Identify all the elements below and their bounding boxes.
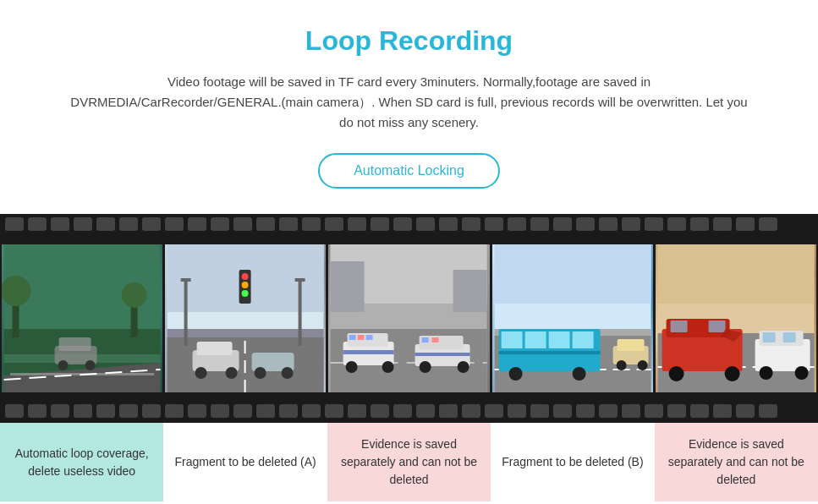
film-hole	[74, 217, 92, 231]
caption-4: Fragment to be deleted (B)	[491, 423, 654, 501]
auto-lock-button[interactable]: Automatic Locking	[318, 153, 500, 189]
caption-4-text: Fragment to be deleted (B)	[502, 453, 643, 471]
film-hole	[348, 404, 366, 418]
film-hole	[371, 404, 389, 418]
film-hole	[736, 217, 755, 231]
film-hole	[736, 404, 755, 418]
film-hole	[119, 217, 138, 231]
film-hole	[508, 217, 526, 231]
film-hole	[51, 217, 69, 231]
footage-4	[492, 244, 653, 392]
film-hole	[599, 217, 618, 231]
svg-point-79	[668, 366, 683, 381]
svg-rect-48	[422, 337, 429, 342]
page-wrapper: Loop Recording Video footage will be sav…	[0, 0, 818, 501]
film-hole	[256, 404, 275, 418]
film-hole	[530, 217, 549, 231]
film-hole	[416, 404, 435, 418]
film-hole	[279, 217, 298, 231]
svg-rect-41	[349, 335, 356, 340]
film-hole	[622, 217, 640, 231]
film-images-container	[0, 244, 818, 392]
filmstrip-wrapper	[0, 214, 818, 423]
svg-rect-60	[501, 331, 522, 348]
svg-point-65	[572, 367, 585, 381]
film-hole	[485, 217, 503, 231]
film-hole	[713, 404, 732, 418]
svg-rect-42	[358, 335, 365, 340]
film-hole	[759, 217, 777, 231]
film-hole	[142, 404, 161, 418]
svg-point-44	[346, 361, 358, 373]
film-hole	[5, 217, 24, 231]
film-hole	[51, 404, 69, 418]
film-hole	[645, 217, 663, 231]
film-hole	[325, 404, 343, 418]
film-hole	[645, 404, 663, 418]
svg-rect-18	[184, 278, 188, 346]
footage-1	[2, 244, 162, 392]
film-hole	[96, 217, 115, 231]
svg-point-86	[759, 366, 772, 380]
film-hole	[439, 217, 458, 231]
film-hole	[325, 217, 343, 231]
film-hole	[28, 217, 47, 231]
svg-rect-85	[782, 332, 795, 342]
film-hole	[485, 404, 503, 418]
svg-rect-78	[708, 320, 725, 332]
page-title: Loop Recording	[68, 25, 750, 57]
film-hole	[599, 404, 618, 418]
svg-rect-84	[762, 332, 775, 342]
svg-rect-68	[617, 339, 644, 351]
svg-point-29	[226, 367, 238, 379]
film-hole	[256, 217, 275, 231]
svg-point-25	[242, 290, 249, 297]
film-hole	[416, 217, 435, 231]
svg-point-51	[458, 361, 469, 373]
svg-point-31	[255, 367, 266, 379]
svg-rect-72	[657, 244, 814, 304]
film-hole	[667, 404, 686, 418]
film-hole	[439, 404, 458, 418]
film-hole	[233, 404, 252, 418]
film-hole	[371, 217, 389, 231]
film-hole	[530, 404, 549, 418]
svg-point-28	[195, 367, 207, 379]
film-hole	[462, 404, 480, 418]
film-hole	[188, 404, 206, 418]
svg-point-12	[85, 360, 96, 370]
svg-rect-66	[498, 351, 600, 354]
svg-rect-36	[453, 270, 487, 312]
film-hole	[508, 404, 526, 418]
film-hole	[393, 404, 412, 418]
svg-point-6	[2, 276, 31, 306]
film-hole	[667, 217, 686, 231]
film-hole	[553, 404, 572, 418]
svg-point-8	[122, 282, 147, 308]
caption-2: Fragment to be deleted (A)	[163, 423, 327, 501]
caption-1-text: Automatic loop coverage, delete useless …	[10, 445, 153, 480]
svg-point-80	[724, 366, 739, 381]
film-hole	[302, 404, 321, 418]
svg-rect-63	[572, 331, 593, 348]
film-hole	[142, 217, 161, 231]
film-hole	[5, 404, 24, 418]
caption-5: Evidence is saved separately and can not…	[655, 423, 818, 501]
film-hole	[576, 404, 595, 418]
svg-point-24	[242, 282, 249, 288]
film-hole	[211, 217, 229, 231]
svg-rect-77	[670, 320, 687, 332]
svg-point-11	[58, 360, 69, 370]
captions-row: Automatic loop coverage, delete useless …	[0, 423, 818, 501]
film-hole	[622, 404, 640, 418]
film-hole	[348, 217, 366, 231]
svg-point-32	[282, 367, 294, 379]
svg-point-70	[637, 360, 647, 370]
svg-rect-20	[299, 278, 302, 346]
film-hole	[576, 217, 595, 231]
svg-rect-10	[59, 337, 91, 351]
svg-rect-35	[331, 261, 365, 312]
svg-point-69	[616, 360, 626, 370]
svg-rect-21	[295, 278, 305, 282]
svg-rect-27	[197, 342, 233, 355]
